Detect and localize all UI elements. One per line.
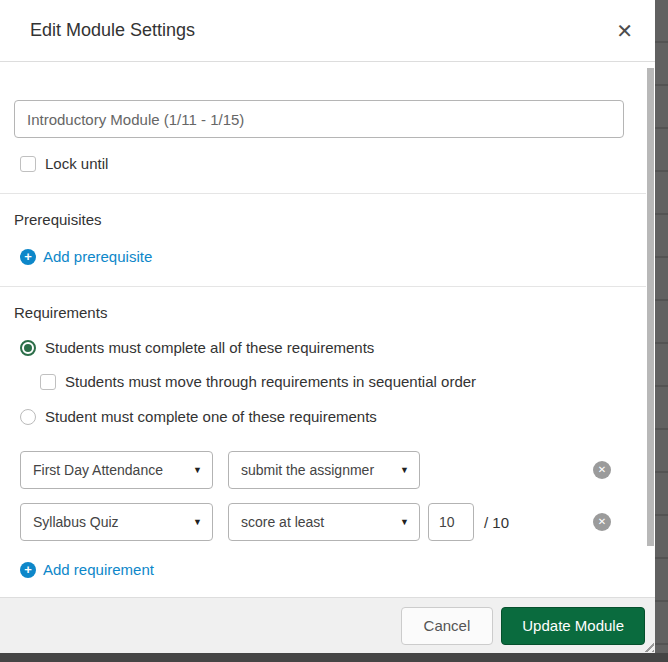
requirement-item-value: First Day Attendance (33, 462, 185, 478)
chevron-down-icon: ▼ (400, 465, 409, 475)
requirement-condition-select[interactable]: submit the assignmer ▼ (228, 451, 420, 489)
requirement-condition-value: score at least (241, 514, 392, 530)
add-requirement-link[interactable]: + Add requirement (20, 561, 154, 578)
lock-until-checkbox[interactable] (20, 156, 36, 172)
requirement-item-select[interactable]: First Day Attendance ▼ (20, 451, 213, 489)
scrollbar-thumb[interactable] (647, 68, 654, 546)
lock-until-label: Lock until (45, 155, 108, 172)
plus-circle-icon: + (20, 562, 36, 578)
dialog-header: Edit Module Settings ✕ (0, 0, 655, 62)
sequential-order-row: Students must move through requirements … (40, 373, 625, 390)
dimmed-page-background (0, 653, 668, 662)
lock-until-row: Lock until (20, 155, 625, 172)
dialog-title: Edit Module Settings (30, 20, 195, 41)
requirement-item-select[interactable]: Syllabus Quiz ▼ (20, 503, 213, 541)
add-prerequisite-link[interactable]: + Add prerequisite (20, 248, 152, 265)
chevron-down-icon: ▼ (193, 465, 202, 475)
module-name-input[interactable] (14, 100, 624, 138)
chevron-down-icon: ▼ (193, 517, 202, 527)
chevron-down-icon: ▼ (400, 517, 409, 527)
dimmed-page-background (655, 0, 668, 662)
requirements-one-row: Student must complete one of these requi… (20, 408, 625, 425)
requirement-row: First Day Attendance ▼ submit the assign… (20, 451, 625, 489)
score-total-label: / 10 (484, 514, 509, 531)
sequential-order-checkbox[interactable] (40, 374, 56, 390)
requirement-row: Syllabus Quiz ▼ score at least ▼ / 10 ✕ (20, 503, 625, 541)
edit-module-settings-dialog: Edit Module Settings ✕ Lock until Prereq… (0, 0, 655, 653)
cancel-button[interactable]: Cancel (401, 607, 494, 645)
complete-one-label: Student must complete one of these requi… (45, 408, 377, 425)
requirement-item-value: Syllabus Quiz (33, 514, 185, 530)
section-divider (0, 193, 655, 194)
sequential-order-label: Students must move through requirements … (65, 373, 476, 390)
complete-one-radio[interactable] (20, 409, 36, 425)
requirements-all-row: Students must complete all of these requ… (20, 339, 625, 356)
dialog-body: Lock until Prerequisites + Add prerequis… (0, 62, 655, 597)
minimum-score-input[interactable] (428, 503, 474, 541)
complete-all-label: Students must complete all of these requ… (45, 339, 374, 356)
delete-requirement-icon[interactable]: ✕ (593, 513, 611, 531)
plus-circle-icon: + (20, 249, 36, 265)
requirement-condition-select[interactable]: score at least ▼ (228, 503, 420, 541)
add-requirement-label: Add requirement (43, 561, 154, 578)
section-divider (0, 286, 655, 287)
update-module-button[interactable]: Update Module (501, 607, 645, 645)
scrollbar-track[interactable] (646, 63, 655, 597)
requirement-condition-value: submit the assignmer (241, 462, 392, 478)
close-icon[interactable]: ✕ (612, 17, 637, 45)
delete-requirement-icon[interactable]: ✕ (593, 461, 611, 479)
requirements-heading: Requirements (14, 304, 625, 321)
dialog-footer: Cancel Update Module (0, 597, 655, 653)
prerequisites-heading: Prerequisites (14, 211, 625, 228)
complete-all-radio[interactable] (20, 340, 36, 356)
add-prerequisite-label: Add prerequisite (43, 248, 152, 265)
